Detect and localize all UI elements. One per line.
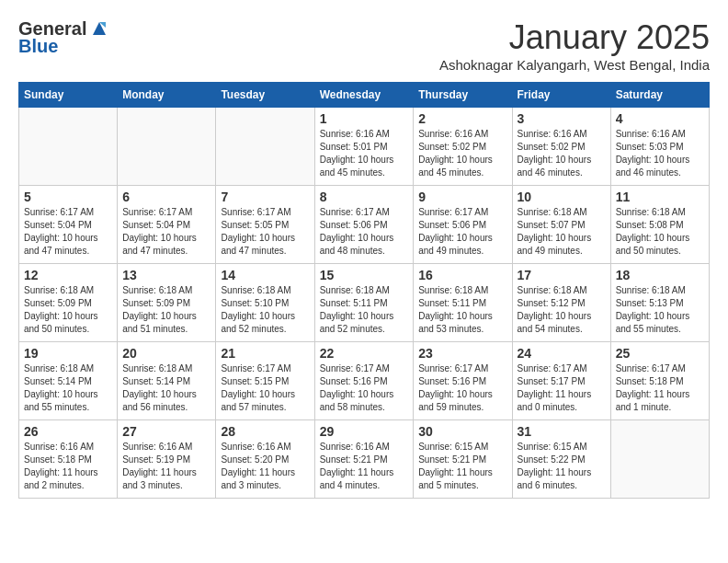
calendar-cell: 13Sunrise: 6:18 AM Sunset: 5:09 PM Dayli… bbox=[118, 264, 216, 342]
day-header-row: SundayMondayTuesdayWednesdayThursdayFrid… bbox=[19, 83, 710, 108]
calendar-cell: 22Sunrise: 6:17 AM Sunset: 5:16 PM Dayli… bbox=[314, 342, 414, 420]
calendar-cell: 23Sunrise: 6:17 AM Sunset: 5:16 PM Dayli… bbox=[414, 342, 512, 420]
calendar-cell: 29Sunrise: 6:16 AM Sunset: 5:21 PM Dayli… bbox=[314, 420, 414, 499]
day-number: 6 bbox=[122, 190, 210, 204]
day-info: Sunrise: 6:17 AM Sunset: 5:17 PM Dayligh… bbox=[518, 362, 606, 414]
day-number: 11 bbox=[616, 190, 704, 204]
day-info: Sunrise: 6:17 AM Sunset: 5:16 PM Dayligh… bbox=[418, 362, 506, 414]
day-number: 16 bbox=[418, 268, 506, 282]
day-info: Sunrise: 6:17 AM Sunset: 5:06 PM Dayligh… bbox=[320, 206, 409, 258]
day-info: Sunrise: 6:17 AM Sunset: 5:04 PM Dayligh… bbox=[122, 206, 210, 258]
day-number: 13 bbox=[122, 268, 210, 282]
day-info: Sunrise: 6:16 AM Sunset: 5:02 PM Dayligh… bbox=[518, 128, 606, 179]
day-number: 4 bbox=[616, 111, 704, 126]
day-number: 14 bbox=[221, 268, 309, 282]
calendar-cell bbox=[610, 420, 709, 499]
day-info: Sunrise: 6:17 AM Sunset: 5:04 PM Dayligh… bbox=[24, 206, 112, 258]
day-info: Sunrise: 6:17 AM Sunset: 5:06 PM Dayligh… bbox=[418, 206, 506, 258]
calendar-cell: 3Sunrise: 6:16 AM Sunset: 5:02 PM Daylig… bbox=[512, 108, 610, 186]
day-number: 21 bbox=[221, 346, 309, 361]
day-number: 8 bbox=[320, 190, 409, 204]
day-number: 31 bbox=[518, 424, 606, 439]
column-header-thursday: Thursday bbox=[414, 83, 512, 108]
title-block: January 2025 Ashoknagar Kalyangarh, West… bbox=[439, 18, 710, 73]
calendar-cell bbox=[216, 108, 314, 186]
day-number: 22 bbox=[320, 346, 409, 361]
week-row-1: 1Sunrise: 6:16 AM Sunset: 5:01 PM Daylig… bbox=[19, 108, 710, 186]
column-header-tuesday: Tuesday bbox=[216, 83, 314, 108]
day-info: Sunrise: 6:18 AM Sunset: 5:11 PM Dayligh… bbox=[418, 284, 506, 336]
calendar-cell: 31Sunrise: 6:15 AM Sunset: 5:22 PM Dayli… bbox=[512, 420, 610, 499]
calendar-cell: 30Sunrise: 6:15 AM Sunset: 5:21 PM Dayli… bbox=[414, 420, 512, 499]
calendar-cell: 20Sunrise: 6:18 AM Sunset: 5:14 PM Dayli… bbox=[118, 342, 216, 420]
calendar-cell: 10Sunrise: 6:18 AM Sunset: 5:07 PM Dayli… bbox=[512, 186, 610, 264]
month-title: January 2025 bbox=[439, 18, 710, 57]
day-info: Sunrise: 6:17 AM Sunset: 5:15 PM Dayligh… bbox=[221, 362, 309, 414]
day-info: Sunrise: 6:18 AM Sunset: 5:13 PM Dayligh… bbox=[616, 284, 704, 336]
day-info: Sunrise: 6:17 AM Sunset: 5:16 PM Dayligh… bbox=[320, 362, 409, 414]
day-number: 25 bbox=[616, 346, 704, 361]
day-info: Sunrise: 6:16 AM Sunset: 5:01 PM Dayligh… bbox=[320, 128, 409, 179]
day-info: Sunrise: 6:16 AM Sunset: 5:20 PM Dayligh… bbox=[221, 441, 309, 492]
day-info: Sunrise: 6:15 AM Sunset: 5:22 PM Dayligh… bbox=[518, 441, 606, 492]
day-number: 15 bbox=[320, 268, 409, 282]
day-number: 20 bbox=[122, 346, 210, 361]
day-info: Sunrise: 6:18 AM Sunset: 5:07 PM Dayligh… bbox=[518, 206, 606, 258]
day-number: 5 bbox=[24, 190, 112, 204]
calendar-cell: 25Sunrise: 6:17 AM Sunset: 5:18 PM Dayli… bbox=[610, 342, 709, 420]
week-row-2: 5Sunrise: 6:17 AM Sunset: 5:04 PM Daylig… bbox=[19, 186, 710, 264]
location: Ashoknagar Kalyangarh, West Bengal, Indi… bbox=[439, 57, 710, 73]
column-header-wednesday: Wednesday bbox=[314, 83, 414, 108]
calendar-cell: 15Sunrise: 6:18 AM Sunset: 5:11 PM Dayli… bbox=[314, 264, 414, 342]
day-number: 12 bbox=[24, 268, 112, 282]
day-number: 28 bbox=[221, 424, 309, 439]
calendar-cell: 26Sunrise: 6:16 AM Sunset: 5:18 PM Dayli… bbox=[19, 420, 118, 499]
column-header-friday: Friday bbox=[512, 83, 610, 108]
day-number: 10 bbox=[518, 190, 606, 204]
day-number: 2 bbox=[418, 111, 506, 126]
day-info: Sunrise: 6:18 AM Sunset: 5:11 PM Dayligh… bbox=[320, 284, 409, 336]
week-row-5: 26Sunrise: 6:16 AM Sunset: 5:18 PM Dayli… bbox=[19, 420, 710, 499]
day-info: Sunrise: 6:16 AM Sunset: 5:18 PM Dayligh… bbox=[24, 441, 112, 492]
day-number: 23 bbox=[418, 346, 506, 361]
day-number: 18 bbox=[616, 268, 704, 282]
calendar-cell: 6Sunrise: 6:17 AM Sunset: 5:04 PM Daylig… bbox=[118, 186, 216, 264]
calendar-cell: 8Sunrise: 6:17 AM Sunset: 5:06 PM Daylig… bbox=[314, 186, 414, 264]
day-number: 29 bbox=[320, 424, 409, 439]
calendar-cell: 2Sunrise: 6:16 AM Sunset: 5:02 PM Daylig… bbox=[414, 108, 512, 186]
calendar-cell: 28Sunrise: 6:16 AM Sunset: 5:20 PM Dayli… bbox=[216, 420, 314, 499]
day-info: Sunrise: 6:16 AM Sunset: 5:03 PM Dayligh… bbox=[616, 128, 704, 179]
column-header-saturday: Saturday bbox=[610, 83, 709, 108]
day-info: Sunrise: 6:18 AM Sunset: 5:09 PM Dayligh… bbox=[24, 284, 112, 336]
day-number: 9 bbox=[418, 190, 506, 204]
day-number: 7 bbox=[221, 190, 309, 204]
logo: General Blue bbox=[18, 18, 109, 57]
calendar-cell: 27Sunrise: 6:16 AM Sunset: 5:19 PM Dayli… bbox=[118, 420, 216, 499]
day-info: Sunrise: 6:18 AM Sunset: 5:14 PM Dayligh… bbox=[24, 362, 112, 414]
calendar-cell: 12Sunrise: 6:18 AM Sunset: 5:09 PM Dayli… bbox=[19, 264, 118, 342]
calendar-cell: 24Sunrise: 6:17 AM Sunset: 5:17 PM Dayli… bbox=[512, 342, 610, 420]
day-info: Sunrise: 6:18 AM Sunset: 5:09 PM Dayligh… bbox=[122, 284, 210, 336]
calendar-cell: 7Sunrise: 6:17 AM Sunset: 5:05 PM Daylig… bbox=[216, 186, 314, 264]
day-number: 3 bbox=[518, 111, 606, 126]
calendar-cell: 5Sunrise: 6:17 AM Sunset: 5:04 PM Daylig… bbox=[19, 186, 118, 264]
calendar-cell: 21Sunrise: 6:17 AM Sunset: 5:15 PM Dayli… bbox=[216, 342, 314, 420]
day-info: Sunrise: 6:17 AM Sunset: 5:18 PM Dayligh… bbox=[616, 362, 704, 414]
calendar-table: SundayMondayTuesdayWednesdayThursdayFrid… bbox=[18, 82, 710, 499]
calendar-cell: 18Sunrise: 6:18 AM Sunset: 5:13 PM Dayli… bbox=[610, 264, 709, 342]
day-number: 17 bbox=[518, 268, 606, 282]
calendar-cell: 4Sunrise: 6:16 AM Sunset: 5:03 PM Daylig… bbox=[610, 108, 709, 186]
calendar-cell: 1Sunrise: 6:16 AM Sunset: 5:01 PM Daylig… bbox=[314, 108, 414, 186]
day-number: 24 bbox=[518, 346, 606, 361]
day-info: Sunrise: 6:18 AM Sunset: 5:12 PM Dayligh… bbox=[518, 284, 606, 336]
day-number: 27 bbox=[122, 424, 210, 439]
day-info: Sunrise: 6:18 AM Sunset: 5:10 PM Dayligh… bbox=[221, 284, 309, 336]
week-row-4: 19Sunrise: 6:18 AM Sunset: 5:14 PM Dayli… bbox=[19, 342, 710, 420]
calendar-cell: 16Sunrise: 6:18 AM Sunset: 5:11 PM Dayli… bbox=[414, 264, 512, 342]
day-info: Sunrise: 6:16 AM Sunset: 5:21 PM Dayligh… bbox=[320, 441, 409, 492]
calendar-cell bbox=[118, 108, 216, 186]
day-info: Sunrise: 6:16 AM Sunset: 5:19 PM Dayligh… bbox=[122, 441, 210, 492]
day-info: Sunrise: 6:17 AM Sunset: 5:05 PM Dayligh… bbox=[221, 206, 309, 258]
day-number: 1 bbox=[320, 111, 409, 126]
calendar-cell: 11Sunrise: 6:18 AM Sunset: 5:08 PM Dayli… bbox=[610, 186, 709, 264]
